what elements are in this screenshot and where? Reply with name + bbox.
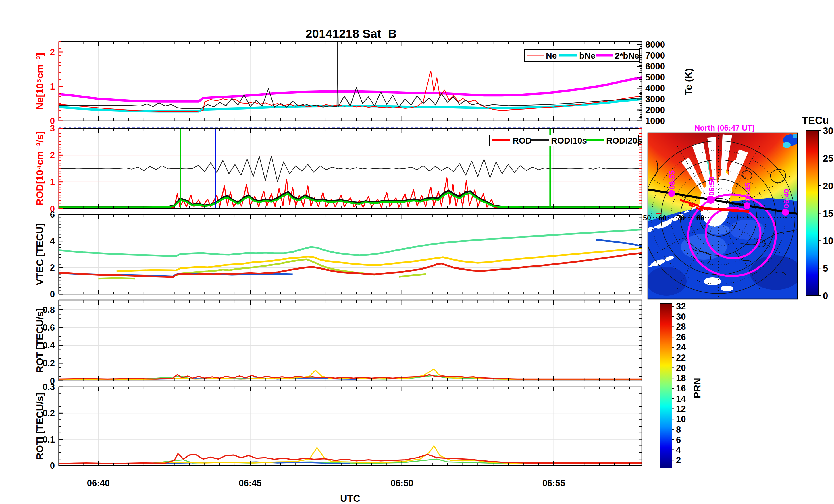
tec-tick-label: 20	[823, 181, 833, 191]
tec-colorbar-bar	[806, 131, 819, 296]
prn-tick-label: 10	[676, 414, 686, 424]
y-tick-label: 2	[50, 150, 55, 160]
prn-colorbar-ticks: 2468101214161820222426283032	[672, 301, 686, 465]
tec-colorbar-ticks: 051015202530	[819, 125, 833, 301]
y-tick-label: 1	[50, 177, 55, 187]
tec-blob	[783, 142, 791, 148]
y-tick-label: 0	[50, 289, 55, 299]
prn-colorbar-label: PRN	[692, 378, 702, 398]
y2-tick-label: 8000	[645, 40, 665, 50]
prn-tick-label: 28	[676, 322, 686, 332]
panel-rod: 0123RODRODI10sRODI20s	[50, 123, 642, 214]
prn-tick-label: 2	[676, 455, 681, 465]
panel-bg	[59, 300, 642, 381]
prn-tick-label: 30	[676, 312, 686, 322]
x-tick-label: 06:40	[87, 478, 110, 488]
tec-tick-label: 5	[823, 263, 828, 274]
y-tick-label: 0.2	[43, 358, 55, 368]
polar-tec-map: North (06:47 UT)	[635, 124, 803, 301]
prn-tick-label: 8	[676, 425, 681, 435]
lat-label-70: 70	[677, 214, 685, 222]
tec-tick-label: 15	[823, 208, 833, 219]
y2-tick-label: 3000	[645, 94, 665, 104]
nodata-blob	[704, 277, 721, 285]
lat-label-60: 60	[658, 214, 666, 222]
track-time-0645: 06:45	[744, 183, 752, 202]
track-time-0650: 06:50	[707, 177, 716, 196]
legend-label: RODI10s	[551, 136, 587, 145]
y-tick-label: 0.6	[43, 323, 55, 333]
y-tick-label: 2	[50, 47, 55, 57]
ylabel-rod: ROD[10⁴cm⁻³/s]	[34, 131, 45, 206]
nodata-blob	[721, 285, 733, 291]
tec-colorbar: TECu 051015202530	[802, 115, 833, 301]
y-tick-label: 2	[50, 262, 55, 273]
track-dot	[744, 202, 750, 209]
legend-label: 2*bNe	[615, 51, 639, 60]
prn-tick-label: 32	[676, 301, 686, 312]
y2-tick-label: 6000	[645, 62, 665, 71]
xlabel-utc: UTC	[340, 493, 360, 504]
y-tick-label: 0.3	[43, 382, 55, 392]
track-time-0640: 06:40	[782, 189, 791, 208]
prn-tick-label: 22	[676, 353, 686, 363]
figure-title: 20141218 Sat_B	[305, 27, 397, 41]
panel-rot: 00.20.40.60.8	[43, 300, 642, 386]
ylabel-vtec: VTEC [TECU]	[34, 223, 45, 285]
tec-tick-label: 25	[823, 153, 833, 164]
ylabel-ne: Ne[10⁵cm⁻³]	[34, 53, 45, 110]
prn-tick-label: 20	[676, 363, 686, 373]
prn-tick-label: 14	[676, 394, 686, 404]
figure-root: 20141218 Sat_B Ne[10⁵cm⁻³] Te (K) ROD[10…	[0, 0, 834, 504]
prn-tick-label: 4	[676, 445, 681, 455]
chart-panels: 01210002000300040005000600070008000NebNe…	[43, 40, 665, 488]
panel-ne_te: 01210002000300040005000600070008000NebNe…	[50, 40, 665, 126]
prn-colorbar-bar	[660, 304, 672, 468]
y-tick-label: 0.4	[43, 340, 55, 350]
track-time-0655: 06:55	[668, 170, 676, 190]
tec-tick-label: 0	[823, 291, 828, 301]
lat-label-80: 80	[696, 214, 704, 222]
y-tick-label: 3	[50, 123, 55, 134]
y-tick-label: 6	[50, 209, 55, 220]
y-tick-label: 1	[50, 82, 55, 92]
track-dot	[707, 196, 715, 204]
y-tick-label: 0.8	[43, 305, 55, 315]
figure-canvas: 20141218 Sat_B Ne[10⁵cm⁻³] Te (K) ROD[10…	[0, 0, 834, 504]
lat-label-50: 50	[643, 214, 651, 222]
ylabel-te: Te (K)	[683, 68, 694, 95]
y-tick-label: 0.2	[43, 408, 55, 418]
y-tick-label: 0	[50, 461, 55, 471]
y2-tick-label: 1000	[645, 116, 665, 126]
prn-tick-label: 16	[676, 384, 686, 393]
y-tick-label: 0.1	[43, 435, 55, 444]
x-tick-label: 06:50	[391, 478, 413, 488]
y2-tick-label: 4000	[645, 83, 665, 93]
x-tick-label: 06:55	[542, 478, 565, 488]
track-dot	[668, 190, 675, 197]
y2-tick-label: 7000	[645, 50, 665, 61]
y2-tick-label: 2000	[645, 105, 665, 115]
panel-roti: 00.10.20.3	[43, 382, 642, 471]
panel-bg	[59, 387, 642, 465]
legend-label: bNe	[579, 51, 596, 60]
tec-tick-label: 30	[823, 125, 833, 136]
y-tick-label: 4	[50, 236, 55, 246]
series-PRN-yellowgreen-c	[98, 278, 135, 279]
prn-tick-label: 24	[676, 342, 686, 352]
track-dot	[782, 209, 789, 215]
ylabel-roti: ROTI [TECU/s]	[34, 393, 45, 460]
legend-label: Ne	[546, 51, 557, 60]
panel-vtec: 0246	[50, 209, 642, 299]
map-title: North (06:47 UT)	[694, 124, 755, 132]
tec-colorbar-title: TECu	[802, 115, 829, 126]
legend-label: RODI20s	[606, 136, 642, 145]
tec-tick-label: 10	[823, 235, 833, 246]
y2-tick-label: 5000	[645, 72, 665, 83]
prn-tick-label: 26	[676, 332, 686, 342]
tec-patch	[646, 267, 687, 296]
x-tick-label: 06:45	[239, 478, 261, 488]
prn-colorbar: 2468101214161820222426283032 PRN	[660, 301, 702, 468]
prn-tick-label: 12	[676, 404, 686, 414]
prn-tick-label: 6	[676, 435, 681, 445]
